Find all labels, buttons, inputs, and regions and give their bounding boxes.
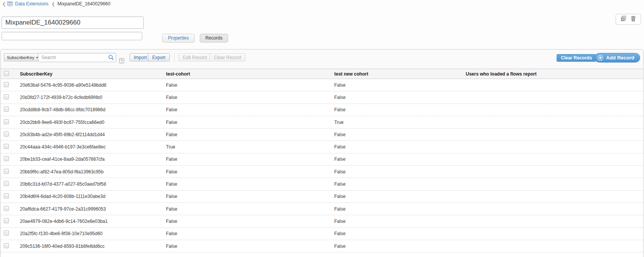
cell-subscriber-key: 20af6dca-6627-4179-97ce-2a31c9996053	[17, 206, 163, 212]
cell-test-new-cohort: False	[331, 107, 463, 112]
search-field-dropdown[interactable]: SubscriberKey ▾	[4, 53, 41, 61]
row-checkbox[interactable]	[4, 132, 9, 137]
cell-test-new-cohort: False	[331, 181, 463, 187]
table-row[interactable]: 209c5136-16f0-40ed-8593-81b8fe8dd6cc Fal…	[1, 240, 643, 252]
export-button[interactable]: Export	[148, 53, 170, 61]
tab-properties[interactable]: Properties	[162, 34, 195, 43]
row-checkbox[interactable]	[4, 169, 9, 174]
table-header-row: SubscriberKey test-cohort test new cohor…	[1, 69, 643, 79]
row-checkbox[interactable]	[4, 206, 9, 211]
trash-icon	[631, 16, 636, 23]
copy-extension-button[interactable]	[620, 16, 627, 23]
cell-test-new-cohort: True	[331, 120, 463, 125]
row-checkbox[interactable]	[4, 119, 9, 124]
table-row[interactable]: 20b4d6f4-6dad-4c20-808b-1111e30abe3d Fal…	[1, 191, 643, 203]
data-extension-records-page: ❮ Data Extensions ❮ MixpanelDE_164002966…	[0, 0, 644, 257]
row-checkbox[interactable]	[4, 107, 9, 112]
cell-test-new-cohort: False	[331, 157, 463, 162]
column-header-test-new-cohort[interactable]: test new cohort	[331, 71, 463, 77]
table-row[interactable]: 20b6c31d-b07d-4377-a027-85c0aed7bf58 Fal…	[1, 178, 643, 190]
row-checkbox[interactable]	[4, 82, 9, 87]
table-row[interactable]: 20cb2bb9-9ee6-493f-bc67-755fcca66ed0 Fal…	[1, 116, 643, 128]
add-record-label: Add Record	[606, 55, 634, 61]
cell-test-cohort: False	[163, 231, 331, 236]
records-toolbar: SubscriberKey ▾ ? Import Export Edit Rec…	[1, 49, 643, 69]
table-row[interactable]: 20a2f5fc-f130-4be6-9f38-10e710e95d60 Fal…	[1, 228, 643, 240]
cell-subscriber-key: 20a2f5fc-f130-4be6-9f38-10e710e95d60	[17, 231, 163, 236]
cell-test-cohort: False	[163, 219, 331, 224]
cell-subscriber-key: 20be1b33-ceaf-41ce-8aa9-2da057887cfa	[17, 157, 163, 162]
column-header-flows-report[interactable]: Users who loaded a flows report	[463, 71, 643, 77]
edit-record-button[interactable]: Edit Record	[179, 53, 211, 61]
search-field-dropdown-label: SubscriberKey	[7, 55, 34, 60]
cell-test-cohort: False	[163, 95, 331, 100]
delete-extension-button[interactable]	[630, 16, 636, 23]
search-icon[interactable]	[108, 54, 114, 62]
cell-test-cohort: False	[163, 169, 331, 175]
search-input[interactable]	[38, 53, 116, 62]
cell-test-cohort: False	[163, 206, 331, 212]
table-row[interactable]: 20c83b4b-ad2e-45f0-89b2-6f2114dd1d44 Fal…	[1, 128, 643, 141]
toolbar-divider	[174, 53, 174, 62]
cell-test-new-cohort: False	[331, 194, 463, 199]
table-row[interactable]: 20bb9f6c-af82-47ea-805d-f6a13963c95b Fal…	[1, 166, 643, 178]
row-checkbox[interactable]	[4, 218, 9, 223]
extension-name-input[interactable]	[2, 16, 144, 29]
table-row[interactable]: 20d63baf-5476-4c95-9036-a90e5148bdd8 Fal…	[1, 79, 643, 91]
clear-records-button[interactable]: Clear Records	[557, 54, 596, 62]
breadcrumb-current: MixpanelDE_1640029660	[58, 1, 110, 7]
cell-subscriber-key: 20c44aaa-434c-4946-b197-3e3ce6fae8ec	[17, 144, 163, 150]
cell-test-cohort: False	[163, 120, 331, 125]
cell-subscriber-key: 209c5136-16f0-40ed-8593-81b8fe8dd6cc	[17, 244, 163, 249]
row-checkbox[interactable]	[4, 181, 9, 186]
cell-test-cohort: False	[163, 82, 331, 88]
copy-plus-icon	[621, 16, 627, 23]
clear-record-button[interactable]: Clear Record	[210, 53, 245, 61]
table-row[interactable]: 20be1b33-ceaf-41ce-8aa9-2da057887cfa Fal…	[1, 153, 643, 166]
table-row[interactable]: 20c44aaa-434c-4946-b197-3e3ce6fae8ec Tru…	[1, 141, 643, 153]
row-checkbox[interactable]	[4, 243, 9, 248]
cell-test-new-cohort: False	[331, 206, 463, 212]
search-box	[38, 53, 116, 62]
cell-test-new-cohort: False	[331, 231, 463, 236]
cell-subscriber-key: 20b4d6f4-6dad-4c20-808b-1111e30abe3d	[17, 194, 163, 199]
cell-subscriber-key: 20b6c31d-b07d-4377-a027-85c0aed7bf58	[17, 181, 163, 187]
table-row[interactable]: 20af6dca-6627-4179-97ce-2a31c9996053 Fal…	[1, 203, 643, 215]
cell-test-new-cohort: False	[331, 95, 463, 100]
data-extension-grid-icon	[7, 2, 13, 7]
row-checkbox[interactable]	[4, 144, 9, 149]
cell-test-cohort: True	[163, 144, 331, 150]
cell-test-new-cohort: False	[331, 144, 463, 150]
cell-test-cohort: False	[163, 181, 331, 187]
records-panel: SubscriberKey ▾ ? Import Export Edit Rec…	[0, 49, 644, 257]
cell-subscriber-key: 20cb2bb9-9ee6-493f-bc67-755fcca66ed0	[17, 120, 163, 125]
help-icon[interactable]: ?	[119, 58, 124, 63]
cell-test-cohort: False	[163, 132, 331, 137]
tab-bar: Properties Records	[162, 34, 228, 43]
table-row[interactable]: 20ae4979-082e-4db6-9c14-7602e6e03ba1 Fal…	[1, 215, 643, 227]
column-header-test-cohort[interactable]: test-cohort	[163, 71, 331, 77]
extension-description-input[interactable]	[2, 32, 142, 40]
cell-test-new-cohort: False	[331, 132, 463, 137]
cell-test-new-cohort: False	[331, 82, 463, 88]
row-checkbox[interactable]	[4, 231, 9, 236]
cell-test-new-cohort: False	[331, 219, 463, 224]
add-record-button[interactable]: + Add Record	[595, 53, 640, 63]
breadcrumb-link-data-extensions[interactable]: Data Extensions	[15, 1, 48, 7]
breadcrumb: ❮ Data Extensions ❮ MixpanelDE_164002966…	[2, 1, 110, 7]
row-checkbox[interactable]	[4, 94, 9, 99]
column-header-subscriber-key[interactable]: SubscriberKey	[17, 71, 163, 77]
cell-test-cohort: False	[163, 107, 331, 112]
tab-records[interactable]: Records	[200, 34, 228, 43]
table-row[interactable]: 20cdd8b8-9cb7-48db-86cc-8fdc7018986d Fal…	[1, 104, 643, 116]
plus-icon: +	[597, 55, 603, 61]
breadcrumb-separator-chevron-icon: ❮	[52, 2, 55, 7]
select-all-checkbox[interactable]	[4, 71, 9, 76]
table-row[interactable]: 20d3fd27-172f-4939-b72c-6cfedb69f4b0 Fal…	[1, 91, 643, 104]
cell-test-new-cohort: False	[331, 169, 463, 175]
row-checkbox[interactable]	[4, 193, 9, 198]
back-chevron-icon[interactable]: ❮	[2, 2, 6, 7]
cell-test-cohort: False	[163, 194, 331, 199]
row-checkbox[interactable]	[4, 156, 9, 161]
cell-subscriber-key: 20d3fd27-172f-4939-b72c-6cfedb69f4b0	[17, 95, 163, 100]
